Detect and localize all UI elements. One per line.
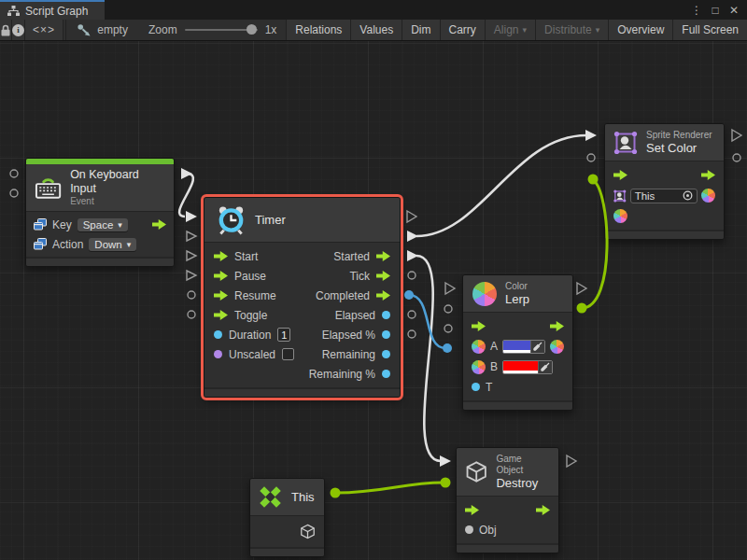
port-marker-timer-toggle[interactable] [187,271,196,280]
timer-pause-port[interactable]: Pause [214,270,266,283]
overview-button[interactable]: Overview [608,20,672,40]
window-menu-icon[interactable]: ⋮ [689,4,704,17]
color-port-icon [472,340,486,354]
tab-script-graph[interactable]: Script Graph [0,0,105,20]
key-dropdown[interactable]: Space ▾ [78,218,128,231]
port-marker-setcolor-flow-out[interactable] [732,130,741,141]
eyedropper-button[interactable] [538,361,552,373]
port-marker-timer-started[interactable] [407,211,416,222]
wire-this-to-destroy-obj[interactable] [336,483,444,493]
port-marker-setcolor-flow-in[interactable] [585,130,597,141]
port-marker-timer-start[interactable] [186,211,197,222]
timer-started-port[interactable]: Started [333,250,390,263]
timer-remaining-port[interactable]: Remaining [322,348,390,361]
color-in-port[interactable] [613,209,627,223]
distribute-button[interactable]: Distribute ▾ [535,20,608,40]
wire-keyboard-to-timer-start[interactable] [179,174,193,217]
carry-button[interactable]: Carry [440,20,485,40]
timer-elapsed-port[interactable]: Elapsed [335,309,390,322]
port-marker-timer-elapsed[interactable] [408,272,416,279]
port-marker-lerp-color-out[interactable] [577,303,587,314]
color-out-port[interactable] [701,189,715,203]
timer-elapsed-pct-port[interactable]: Elapsed % [322,329,390,342]
timer-remaining-pct-port[interactable]: Remaining % [309,368,390,381]
node-color-lerp[interactable]: Color Lerp A [462,274,573,411]
node-this[interactable]: This [249,478,325,557]
port-marker-this-out[interactable] [331,488,341,498]
fullscreen-button[interactable]: Full Screen [672,20,747,40]
node-set-color[interactable]: Sprite Renderer Set Color [604,123,725,240]
dim-button[interactable]: Dim [402,20,439,40]
timer-duration-port[interactable]: Duration1 [214,328,290,342]
eyedropper-button[interactable] [530,341,544,353]
port-marker-destroy-flow-out[interactable] [567,455,576,467]
flow-out-port[interactable] [550,321,564,331]
port-marker-lerp-flow-in[interactable] [445,283,455,294]
game-object-cube-icon [465,460,487,483]
inspect-button[interactable]: i [12,20,25,40]
target-object-field[interactable]: This [630,189,698,203]
flow-out-port[interactable] [536,505,550,515]
game-object-out-port[interactable] [300,524,316,539]
port-marker-timer-resume[interactable] [187,251,196,260]
tab-title: Script Graph [25,5,88,18]
node-title: Destroy [496,476,550,490]
color-b-swatch[interactable] [503,361,538,373]
port-marker-setcolor-target[interactable] [587,154,595,161]
port-marker-timer-duration[interactable] [188,291,195,299]
values-button[interactable]: Values [350,20,402,40]
node-on-keyboard-input[interactable]: On Keyboard Input Event Key Space ▾ [25,158,175,267]
port-marker-timer-remaining[interactable] [408,311,416,318]
port-marker-lerp-a[interactable] [444,305,452,313]
port-marker-destroy-flow-in[interactable] [440,455,451,467]
zoom-slider[interactable] [185,29,258,31]
object-picker-icon[interactable] [683,190,693,201]
flow-in-port[interactable] [613,170,627,180]
port-marker-destroy-obj[interactable] [441,478,451,488]
flow-in-port[interactable] [465,505,479,515]
timer-resume-port[interactable]: Resume [214,289,276,302]
duration-input[interactable]: 1 [277,328,290,342]
timer-unscaled-port[interactable]: Unscaled [214,348,294,361]
timer-tick-port[interactable]: Tick [349,270,390,283]
color-a-field[interactable] [502,340,545,354]
wire-tick-to-setcolor[interactable] [416,135,586,236]
graph-canvas[interactable]: On Keyboard Input Event Key Space ▾ [0,41,747,560]
port-marker-timer-completed[interactable] [407,250,418,261]
port-marker-timer-elapsed-pct[interactable] [404,290,414,300]
port-marker-lerp-t[interactable] [443,343,452,353]
port-marker-timer-tick[interactable] [407,231,418,242]
unscaled-checkbox[interactable] [282,348,294,360]
color-a-swatch[interactable] [503,341,530,353]
timer-toggle-port[interactable]: Toggle [214,309,267,322]
relations-button[interactable]: Relations [286,20,350,40]
zoom-slider-handle[interactable] [247,24,257,35]
timer-completed-port[interactable]: Completed [316,289,390,302]
node-destroy[interactable]: Game Object Destroy Obj [456,447,559,553]
node-timer[interactable]: Timer Start Started Pause Tick Resume Co… [204,197,401,398]
action-dropdown[interactable]: Down ▾ [89,238,136,251]
port-marker-timer-unscaled[interactable] [188,311,195,318]
port-marker-setcolor-color-in[interactable] [588,175,599,185]
color-b-field[interactable] [502,360,553,374]
port-marker-keyboard-key[interactable] [10,170,18,177]
code-view-button[interactable]: <×> [25,20,63,40]
align-button[interactable]: Align ▾ [485,20,535,40]
port-marker-keyboard-trigger-out[interactable] [181,168,192,179]
lock-button[interactable] [0,20,12,40]
port-marker-lerp-b[interactable] [444,325,452,332]
wire-elapsedpct-to-lerp-t[interactable] [409,295,445,348]
port-marker-timer-pause[interactable] [187,231,196,241]
port-marker-lerp-flow-out[interactable] [577,283,586,294]
flow-in-port[interactable] [472,321,486,331]
window-maximize-icon[interactable]: □ [708,4,723,17]
trigger-out-port[interactable] [152,219,166,230]
wire-completed-to-destroy[interactable] [416,256,441,461]
port-marker-setcolor-out[interactable] [733,154,740,161]
port-marker-keyboard-action[interactable] [10,189,18,197]
color-out-port[interactable] [550,340,564,354]
window-close-icon[interactable]: ✕ [726,4,741,17]
timer-start-port[interactable]: Start [214,250,258,263]
port-marker-timer-remaining-pct[interactable] [408,330,416,338]
flow-out-port[interactable] [701,170,715,180]
